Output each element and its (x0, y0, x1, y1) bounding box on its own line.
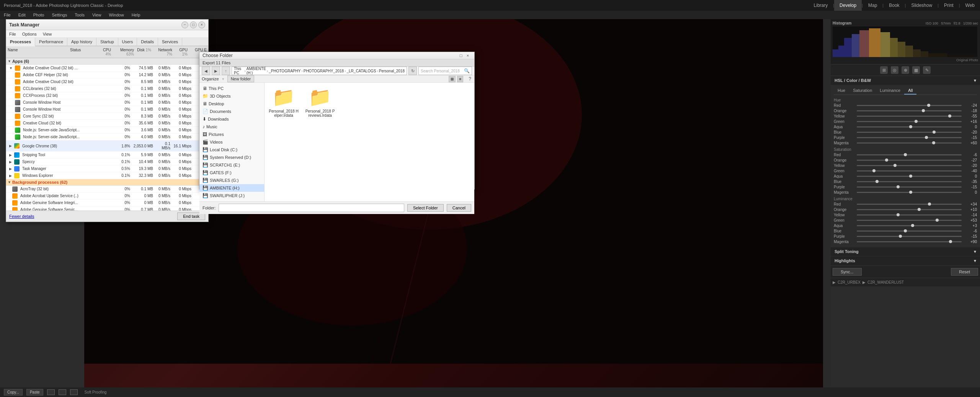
menu-view[interactable]: View (88, 11, 105, 19)
split-toning-toggle[interactable]: ▾ (974, 249, 976, 254)
table-row[interactable]: Adobe CEF Helper (32 bit) 0% 14.2 MB 0 M… (6, 72, 208, 78)
view-icons-btn[interactable]: ⊞ (449, 76, 456, 82)
table-row[interactable]: ▶ Google Chrome (38) 1.8% 2,053.0 MB 0.1… (6, 141, 208, 152)
tab-all[interactable]: All (904, 87, 916, 95)
hue-green-slider[interactable] (857, 121, 962, 122)
sidebar-item-scratch1[interactable]: 💾 SCRATCH1 (E:) (199, 161, 264, 169)
reset-button[interactable]: Reset (951, 268, 978, 276)
tm-menu-options[interactable]: Options (19, 30, 40, 38)
sidebar-item-swarlipher[interactable]: 💾 SWARLIPHER (J:) (199, 192, 264, 199)
tm-tab-performance[interactable]: Performance (35, 38, 67, 46)
breadcrumb-personal2018[interactable]: Personal_2018 (379, 69, 405, 73)
view-details-btn[interactable]: ≡ (457, 76, 463, 82)
lum-green-slider[interactable] (857, 220, 962, 221)
tm-col-status[interactable]: Status (69, 47, 95, 57)
sidebar-item-documents[interactable]: 📄 Documents (199, 108, 264, 115)
cf-search-box[interactable]: Search Personal_2018 🔍 (418, 67, 472, 75)
breadcrumb-ambiente[interactable]: AMBIENTE (H:) (247, 67, 266, 75)
tm-col-disk[interactable]: Disk 1% (136, 47, 153, 57)
paste-button[interactable]: Paste (26, 389, 43, 395)
tm-col-network[interactable]: Network 7% (153, 47, 174, 57)
tab-saturation[interactable]: Saturation (849, 87, 876, 95)
hue-aqua-slider[interactable] (857, 126, 962, 127)
table-row[interactable]: Console Window Host 0% 0.1 MB 0 MB/s 0 M… (6, 99, 208, 106)
sidebar-item-pictures[interactable]: 🖼 Pictures (199, 131, 264, 138)
sidebar-item-swarles[interactable]: 💾 SWARLES (G:) (199, 176, 264, 184)
sat-green-slider[interactable] (857, 170, 962, 172)
tm-tab-startup[interactable]: Startup (96, 38, 118, 46)
cf-back-btn[interactable]: ◀ (202, 67, 210, 75)
tm-maximize-btn[interactable]: □ (190, 21, 197, 28)
folder-input[interactable] (219, 204, 404, 212)
hue-orange-slider[interactable] (857, 110, 962, 111)
nav-library[interactable]: Library (808, 0, 833, 11)
tm-col-name[interactable]: Name (6, 47, 69, 57)
copy-button[interactable]: Copy... (4, 389, 23, 395)
nav-map[interactable]: Map (863, 0, 882, 11)
menu-window[interactable]: Window (105, 11, 128, 19)
split-toning-header[interactable]: Split Toning ▾ (831, 247, 980, 256)
view-icon-1[interactable] (47, 389, 55, 395)
nav-book[interactable]: Book (884, 0, 905, 11)
tm-col-gpu[interactable]: GPU 1% (174, 47, 189, 57)
tm-minimize-btn[interactable]: − (181, 21, 188, 28)
tm-apps-section-header[interactable]: ▼ Apps (6) (6, 58, 208, 65)
sat-magenta-slider[interactable] (857, 192, 962, 193)
sidebar-item-ambiente[interactable]: 💾 AMBIENTE (H:) (199, 184, 264, 192)
tab-hue[interactable]: Hue (834, 87, 849, 95)
cf-up-btn[interactable]: ↑ (222, 67, 230, 75)
nav-web[interactable]: Web (960, 0, 980, 11)
table-row[interactable]: CCXProcess (32 bit) 0% 0.1 MB 0 MB/s 0 M… (6, 92, 208, 99)
table-row[interactable]: Console Window Host 0% 0.1 MB 0 MB/s 0 M… (6, 106, 208, 113)
tm-bg-section-header[interactable]: ▼ Background processes (62) (6, 179, 208, 186)
sat-red-slider[interactable] (857, 154, 962, 155)
tm-col-cpu[interactable]: CPU 4% (95, 47, 113, 57)
highlights-toggle[interactable]: ▾ (974, 258, 976, 263)
search-icon[interactable]: 🔍 (464, 68, 470, 74)
sidebar-item-videos[interactable]: 🎬 Videos (199, 138, 264, 146)
lum-purple-slider[interactable] (857, 236, 962, 237)
tm-menu-file[interactable]: File (6, 30, 19, 38)
table-row[interactable]: Adobe Acrobat Update Service (..) 0% 0 M… (6, 193, 208, 199)
tm-tab-apphistory[interactable]: App history (67, 38, 96, 46)
sidebar-item-thispc[interactable]: 🖥 This PC (199, 85, 264, 92)
sidebar-item-3dobjects[interactable]: 📁 3D Objects (199, 92, 264, 100)
crop-tool-icon[interactable]: ⊞ (880, 66, 888, 74)
sat-blue-slider[interactable] (857, 181, 962, 182)
table-row[interactable]: AcroTray (32 bit) 0% 0.1 MB 0 MB/s 0 Mbp… (6, 186, 208, 193)
table-row[interactable]: Core Sync (32 bit) 0% 8.3 MB 0 MB/s 0 Mb… (6, 113, 208, 120)
spot-tool-icon[interactable]: ◎ (891, 66, 898, 74)
grad-tool-icon[interactable]: ▦ (912, 66, 920, 74)
lum-magenta-slider[interactable] (857, 241, 962, 242)
table-row[interactable]: Creative Cloud (32 bit) 0% 35.6 MB 0 MB/… (6, 120, 208, 127)
redeye-tool-icon[interactable]: ⊕ (902, 66, 909, 74)
sat-aqua-slider[interactable] (857, 176, 962, 177)
lum-yellow-slider[interactable] (857, 214, 962, 216)
table-row[interactable]: Node.js: Server-side JavaScript... 0% 4.… (6, 134, 208, 141)
breadcrumb-photography[interactable]: _PHOTOGRAPHY (269, 69, 301, 73)
hue-red-slider[interactable] (857, 105, 962, 106)
cf-forward-btn[interactable]: ▶ (212, 67, 220, 75)
help-icon[interactable]: ? (468, 75, 472, 82)
brush-tool-icon[interactable]: ✎ (923, 66, 931, 74)
view-icon-3[interactable] (70, 389, 78, 395)
cancel-button[interactable]: Cancel (447, 204, 471, 212)
sidebar-item-downloads[interactable]: ⬇ Downloads (199, 115, 264, 123)
hue-yellow-slider[interactable] (857, 116, 962, 117)
hsl-panel-toggle[interactable]: ▾ (974, 78, 976, 83)
cf-close-btn[interactable]: × (464, 52, 471, 59)
table-row[interactable]: ▶ Speccy 0.1% 10.4 MB 0 MB/s 0 Mbps 0% (6, 158, 208, 165)
cf-maximize-btn[interactable]: □ (457, 52, 464, 59)
tm-tab-users[interactable]: Users (118, 38, 137, 46)
hsl-panel-header[interactable]: HSL / Color / B&W ▾ (831, 76, 980, 85)
tm-tab-services[interactable]: Services (158, 38, 182, 46)
sidebar-item-music[interactable]: ♪ Music (199, 123, 264, 131)
lum-orange-slider[interactable] (857, 209, 962, 210)
select-folder-button[interactable]: Select Folder (407, 204, 444, 212)
tm-tab-processes[interactable]: Processes (6, 38, 35, 46)
sat-purple-slider[interactable] (857, 186, 962, 188)
table-row[interactable]: CCLibraries (32 bit) 0% 0.1 MB 0 MB/s 0 … (6, 85, 208, 92)
table-row[interactable]: Adobe Genuine Software Servic... 0% 0.7 … (6, 206, 208, 211)
sat-orange-slider[interactable] (857, 160, 962, 161)
sidebar-item-gates[interactable]: 💾 GATES (F:) (199, 169, 264, 176)
